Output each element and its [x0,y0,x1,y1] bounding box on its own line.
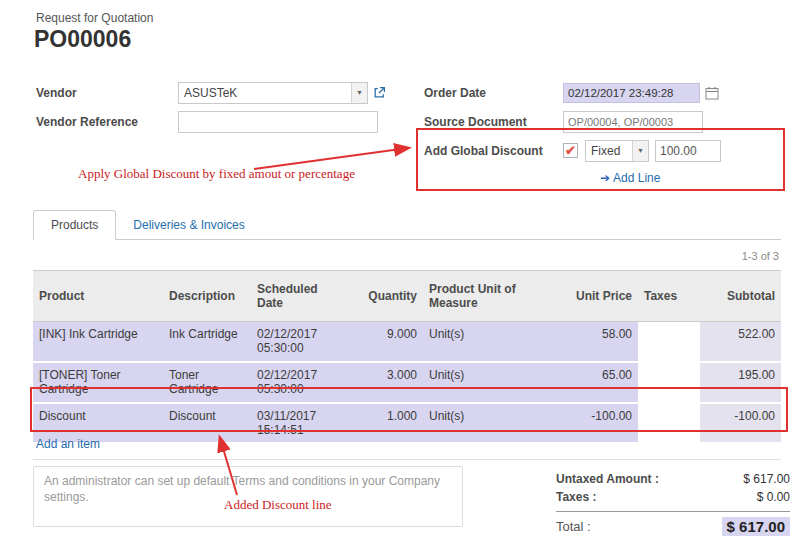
order-date-label: Order Date [424,86,563,100]
add-item-row: Add an item [33,432,781,460]
vendor-select[interactable]: ASUSTeK ▼ [178,82,368,104]
column-header-unit-price[interactable]: Unit Price [563,271,638,322]
cell-taxes[interactable] [638,322,700,362]
cell-uom[interactable]: Unit(s) [423,362,563,403]
calendar-icon[interactable] [705,86,719,100]
annotation-discount-line-note: Added Discount line [224,497,332,513]
cell-quantity[interactable]: 3.000 [351,362,423,403]
notebook-tabs: Products Deliveries & Invoices [33,210,781,240]
total-value: $ 617.00 [722,517,790,536]
table-header-row: Product Description Scheduled Date Quant… [33,271,781,322]
discount-amount-input[interactable] [655,140,721,162]
vendor-label: Vendor [36,86,178,100]
vendor-reference-label: Vendor Reference [36,115,178,129]
cell-subtotal[interactable]: 522.00 [700,322,781,362]
vendor-select-value: ASUSTeK [179,83,351,103]
cell-description[interactable]: Toner Cartridge [163,362,251,403]
tab-deliveries-invoices[interactable]: Deliveries & Invoices [116,211,261,239]
add-line-link[interactable]: ➔Add Line [600,171,660,185]
add-an-item-link[interactable]: Add an item [36,437,100,451]
column-header-taxes[interactable]: Taxes [638,271,700,322]
amount-summary: Untaxed Amount : $ 617.00 Taxes : $ 0.00… [556,470,790,538]
discount-type-select[interactable]: Fixed ▼ [585,140,649,162]
cell-unit-price[interactable]: 65.00 [563,362,638,403]
column-header-quantity[interactable]: Quantity [351,271,423,322]
chevron-down-icon: ▼ [637,147,644,154]
cell-product[interactable]: [INK] Ink Cartridge [33,322,163,362]
annotation-global-discount-note: Apply Global Discount by fixed amout or … [78,166,355,182]
taxes-label: Taxes : [556,490,596,504]
summary-divider [556,511,790,512]
cell-uom[interactable]: Unit(s) [423,322,563,362]
column-header-product[interactable]: Product [33,271,163,322]
request-for-quotation-page: Request for Quotation PO00006 Vendor ASU… [0,0,810,546]
column-header-subtotal[interactable]: Subtotal [700,271,781,322]
vendor-reference-input[interactable] [178,111,378,133]
table-row[interactable]: [TONER] Toner Cartridge Toner Cartridge … [33,362,781,403]
breadcrumb: Request for Quotation [36,11,153,25]
cell-product[interactable]: [TONER] Toner Cartridge [33,362,163,403]
taxes-value: $ 0.00 [757,490,790,504]
source-document-label: Source Document [424,115,563,129]
external-link-icon[interactable] [373,86,386,99]
cell-scheduled-date[interactable]: 02/12/2017 05:30:00 [251,322,351,362]
column-header-description[interactable]: Description [163,271,251,322]
column-header-scheduled-date[interactable]: Scheduled Date [251,271,351,322]
pager: 1-3 of 3 [742,250,779,262]
cell-subtotal[interactable]: 195.00 [700,362,781,403]
order-date-input[interactable]: 02/12/2017 23:49:28 [563,83,700,103]
discount-type-dropdown-button[interactable]: ▼ [632,141,648,161]
arrow-right-icon: ➔ [600,171,610,185]
cell-quantity[interactable]: 9.000 [351,322,423,362]
cell-taxes[interactable] [638,362,700,403]
source-document-input[interactable] [563,111,703,133]
total-label: Total : [556,519,591,534]
chevron-down-icon: ▼ [356,89,363,96]
untaxed-amount-label: Untaxed Amount : [556,472,659,486]
table-row[interactable]: [INK] Ink Cartridge Ink Cartridge 02/12/… [33,322,781,362]
add-line-label: Add Line [613,171,660,185]
form-left-column: Vendor ASUSTeK ▼ Vendor Reference [36,81,396,139]
untaxed-amount-value: $ 617.00 [743,472,790,486]
cell-unit-price[interactable]: 58.00 [563,322,638,362]
cell-description[interactable]: Ink Cartridge [163,322,251,362]
cell-scheduled-date[interactable]: 02/12/2017 05:30:00 [251,362,351,403]
global-discount-checkbox[interactable]: ✔ [563,143,578,158]
form-right-column: Order Date 02/12/2017 23:49:28 Source Do… [424,81,796,186]
page-title: PO00006 [34,26,131,53]
checkmark-icon: ✔ [565,144,576,157]
global-discount-label: Add Global Discount [424,144,563,158]
column-header-uom[interactable]: Product Unit of Measure [423,271,563,322]
tab-products[interactable]: Products [33,210,116,240]
vendor-dropdown-button[interactable]: ▼ [351,83,367,103]
discount-type-value: Fixed [586,141,632,161]
order-lines-table: Product Description Scheduled Date Quant… [33,270,781,444]
